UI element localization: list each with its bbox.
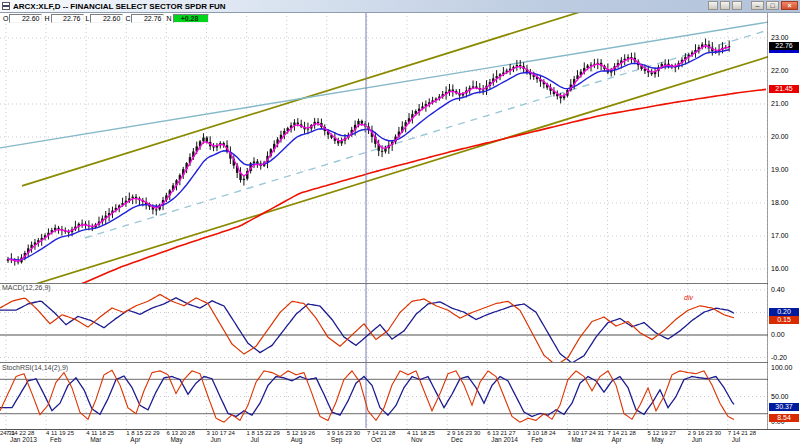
stoch-value-box: 8.54 (769, 414, 799, 422)
macd-value-box: 0.15 (769, 316, 799, 324)
time-axis-month: Apr (612, 436, 650, 443)
close-button[interactable]: × (781, 1, 798, 10)
stoch-signal-value-box: 30.37 (769, 403, 799, 411)
axis-tick: -0.20 (771, 354, 787, 361)
titlebar-tool-button-2[interactable] (720, 1, 730, 10)
quote-bar: O 22.60 H 22.76 L 22.60 C 22.76 N +0.28 (1, 13, 209, 24)
time-axis-month: Apr (130, 436, 168, 443)
time-axis-month: Feb (531, 436, 569, 443)
axis-tick: 21.00 (771, 100, 789, 107)
time-axis-group: 7 14 21 28Jul (728, 430, 770, 443)
time-axis-month: Jul (251, 436, 289, 443)
time-axis-group: 3 10 18 24Feb (527, 430, 569, 443)
open-label: O (3, 15, 8, 22)
time-axis-group: 3 10 17 24 31Mar (567, 430, 609, 443)
ma-slow-price-box (769, 50, 799, 53)
close-value: 22.76 (131, 14, 164, 23)
axis-tick: 0.00 (771, 331, 785, 338)
net-change-value: +0.28 (173, 14, 209, 23)
time-axis[interactable]: 24 317 14 22 28Jan 20134 11 19 25Feb4 11… (0, 429, 800, 444)
time-axis-group: 1 8 15 22 29Jul (247, 430, 289, 443)
high-label: H (44, 15, 49, 22)
net-label: N (166, 15, 171, 22)
time-axis-group: 4 11 18 25Nov (407, 430, 449, 443)
time-axis-group: 2 9 16 23 30Jun (688, 430, 730, 443)
time-axis-group: 3 10 17 24Jun (207, 430, 249, 443)
minimize-button[interactable]: – (751, 1, 764, 10)
axis-tick: 17.00 (771, 232, 789, 239)
axis-tick: 20.00 (771, 133, 789, 140)
time-axis-group: 6 13 21 27Jan 2014 (487, 430, 529, 443)
axis-tick: 50.00 (771, 393, 789, 400)
low-label: L (86, 15, 90, 22)
axis-tick: 16.00 (771, 265, 789, 272)
chart-window: ARCX:XLF,D -- FINANCIAL SELECT SECTOR SP… (0, 0, 800, 444)
axis-tick: 100.00 (771, 364, 792, 371)
time-axis-group: 1 8 15 22 29Apr (126, 430, 168, 443)
ma-long-price-box: 21.45 (769, 85, 799, 93)
time-axis-month: Jul (732, 436, 770, 443)
close-label: C (125, 15, 130, 22)
axis-tick: 19.00 (771, 166, 789, 173)
time-axis-month: Feb (50, 436, 88, 443)
divergence-annotation: div (684, 294, 693, 301)
time-axis-group: 7 14 21 28Apr (608, 430, 650, 443)
window-titlebar[interactable]: ARCX:XLF,D -- FINANCIAL SELECT SECTOR SP… (0, 0, 800, 13)
time-axis-month: Oct (371, 436, 409, 443)
axis-tick: 0.40 (771, 286, 785, 293)
last-price-box: 22.76 (769, 42, 799, 50)
time-axis-group: 7 14 21 28Oct (367, 430, 409, 443)
time-axis-group: 4 11 18 25Mar (86, 430, 128, 443)
axis-tick: 23.00 (771, 34, 789, 41)
time-axis-month: Jun (692, 436, 730, 443)
time-axis-group: 5 12 19 26Aug (287, 430, 329, 443)
time-axis-month: Jan 2013 (10, 436, 48, 443)
macd-panel-label: MACD(12,26,9) (2, 284, 51, 291)
price-axis[interactable]: 23.0022.0021.0020.0019.0018.0017.0016.00… (768, 12, 800, 429)
titlebar-tool-button-1[interactable] (708, 1, 718, 10)
time-axis-month: Jan 2014 (491, 436, 529, 443)
axis-tick: 18.00 (771, 199, 789, 206)
window-title: ARCX:XLF,D -- FINANCIAL SELECT SECTOR SP… (13, 2, 226, 11)
time-axis-month: May (170, 436, 208, 443)
time-axis-group: 4 11 19 25Feb (46, 430, 88, 443)
axis-tick: 22.00 (771, 67, 789, 74)
chart-window-icon (2, 2, 10, 10)
time-axis-group: 7 14 22 28Jan 2013 (6, 430, 48, 443)
time-axis-month: May (652, 436, 690, 443)
time-axis-month: Mar (571, 436, 609, 443)
time-axis-group: 6 13 20 28May (166, 430, 208, 443)
stochrsi-panel-label: StochRSI(14,14(2),9) (2, 364, 68, 371)
time-axis-month: Sep (331, 436, 369, 443)
time-axis-month: Mar (90, 436, 128, 443)
time-axis-month: Jun (211, 436, 249, 443)
macd-signal-value-box: 0.20 (769, 308, 799, 316)
time-axis-month: Dec (451, 436, 489, 443)
titlebar-tool-button-3[interactable] (732, 1, 742, 10)
time-axis-month: Aug (291, 436, 329, 443)
low-value: 22.60 (90, 14, 123, 23)
restore-button[interactable]: □ (766, 1, 779, 10)
time-axis-group: 3 9 16 23 30Sep (327, 430, 369, 443)
time-axis-group: 5 12 19 27May (648, 430, 690, 443)
window-controls: – □ × (708, 1, 798, 10)
time-axis-month: Nov (411, 436, 449, 443)
time-axis-group: 2 9 16 23 30Dec (447, 430, 489, 443)
open-value: 22.60 (9, 14, 42, 23)
chart-canvas[interactable] (0, 0, 800, 444)
high-value: 22.76 (51, 14, 84, 23)
